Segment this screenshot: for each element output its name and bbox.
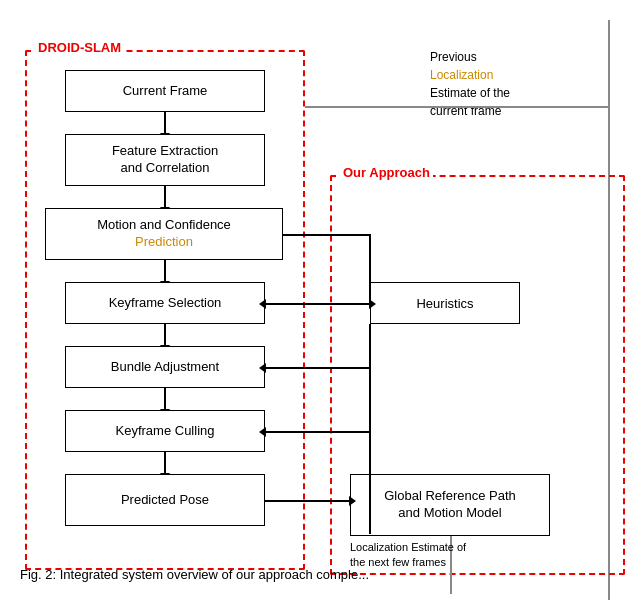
global-reference-label: Global Reference Path and Motion Model	[384, 488, 516, 522]
heuristics-vert-down	[369, 324, 371, 534]
arrow-fe-mc	[164, 186, 166, 208]
predicted-pose-box: Predicted Pose	[65, 474, 265, 526]
global-reference-box: Global Reference Path and Motion Model	[350, 474, 550, 536]
current-frame-box: Current Frame	[65, 70, 265, 112]
prev-localization-text: Previous Localization Estimate of the cu…	[430, 48, 580, 120]
loc-estimate-label: Localization Estimate ofthe next few fra…	[350, 541, 466, 568]
caption-text: Fig. 2: Integrated system overview of ou…	[20, 567, 369, 582]
arrow-ks-ba	[164, 324, 166, 346]
arrow-heuristics-to-kc	[265, 431, 369, 433]
loc-estimate-text: Localization Estimate ofthe next few fra…	[350, 540, 520, 571]
caption: Fig. 2: Integrated system overview of ou…	[20, 567, 369, 582]
heuristics-ba-h	[265, 367, 369, 369]
our-approach-label: Our Approach	[340, 165, 433, 180]
localization-orange: Localization	[430, 68, 493, 82]
estimate-line1: Estimate of the	[430, 86, 510, 100]
arrow-heuristics-to-ks	[265, 303, 370, 305]
keyframe-selection-box: Keyframe Selection	[65, 282, 265, 324]
motion-to-heuristics-v	[369, 234, 371, 304]
motion-confidence-box: Motion and Confidence Prediction	[45, 208, 283, 260]
arrow-kc-pp	[164, 452, 166, 474]
diagram-area: Previous Localization Estimate of the cu…	[10, 20, 630, 590]
bundle-adjustment-box: Bundle Adjustment	[65, 346, 265, 388]
droid-slam-label: DROID-SLAM	[35, 40, 124, 55]
feature-extraction-label: Feature Extraction and Correlation	[112, 143, 218, 177]
arrow-ba-kc	[164, 388, 166, 410]
heuristics-box: Heuristics	[370, 282, 520, 324]
feature-extraction-box: Feature Extraction and Correlation	[65, 134, 265, 186]
motion-to-heuristics-h	[283, 234, 370, 236]
top-horizontal-connector	[305, 106, 608, 108]
arrow-cf-fe	[164, 112, 166, 134]
arrow-mc-ks	[164, 260, 166, 282]
motion-confidence-label: Motion and Confidence Prediction	[97, 217, 231, 251]
arrow-pp-to-grp	[265, 500, 350, 502]
keyframe-culling-box: Keyframe Culling	[65, 410, 265, 452]
